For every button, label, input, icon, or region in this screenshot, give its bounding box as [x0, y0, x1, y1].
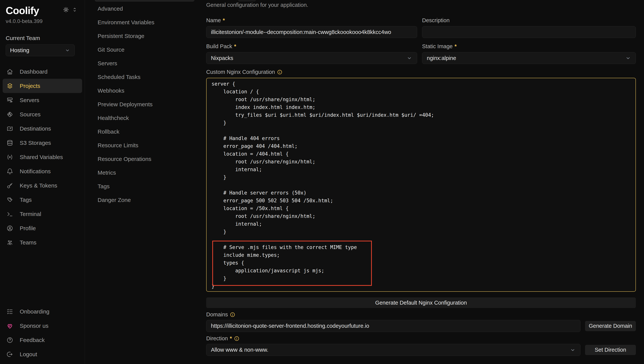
- logout-icon: [6, 351, 13, 358]
- server-rack-icon: [6, 97, 13, 104]
- settings-item-metrics[interactable]: Metrics: [85, 166, 206, 179]
- current-team-label: Current Team: [0, 24, 85, 41]
- nginx-config-code[interactable]: server { location / { root /usr/share/ng…: [206, 78, 636, 292]
- sidebar-item-projects[interactable]: Projects: [3, 79, 82, 93]
- users-icon: [6, 239, 13, 246]
- build-pack-select[interactable]: Nixpacks: [206, 52, 417, 64]
- sidebar-item-servers[interactable]: Servers: [3, 93, 82, 107]
- domains-label: Domains: [206, 311, 228, 318]
- settings-item-resource-operations[interactable]: Resource Operations: [85, 152, 206, 166]
- name-label: Name: [206, 17, 221, 24]
- page-description: General configuration for your applicati…: [206, 2, 636, 8]
- sidebar-item-tags[interactable]: Tags: [3, 193, 82, 207]
- settings-item-general-fragment[interactable]: [95, 0, 194, 2]
- build-pack-value: Nixpacks: [211, 55, 233, 61]
- settings-item-persistent-storage[interactable]: Persistent Storage: [85, 29, 206, 43]
- description-input[interactable]: [422, 26, 636, 38]
- settings-item-servers[interactable]: Servers: [85, 57, 206, 70]
- general-settings-panel: General configuration for your applicati…: [206, 0, 644, 364]
- info-icon[interactable]: [277, 69, 282, 75]
- direction-value: Allow www & non-www.: [211, 347, 268, 353]
- team-select-value: Hosting: [10, 47, 30, 54]
- settings-item-healthcheck[interactable]: Healthcheck: [85, 111, 206, 125]
- sidebar-item-profile[interactable]: Profile: [3, 221, 82, 235]
- name-input[interactable]: [206, 26, 417, 38]
- build-pack-label: Build Pack: [206, 43, 232, 50]
- settings-sidebar: Advanced Environment Variables Persisten…: [85, 0, 206, 364]
- domains-input[interactable]: [206, 320, 580, 332]
- required-marker: *: [234, 43, 236, 50]
- settings-item-rollback[interactable]: Rollback: [85, 125, 206, 138]
- sidebar-item-logout[interactable]: Logout: [3, 347, 82, 361]
- sidebar-item-destinations[interactable]: Destinations: [3, 121, 82, 136]
- static-image-value: nginx:alpine: [427, 55, 456, 61]
- name-field-group: Name *: [206, 12, 417, 38]
- chevron-down-icon: [625, 55, 631, 61]
- sidebar-item-feedback[interactable]: Feedback: [3, 333, 82, 347]
- layers-icon: [6, 83, 13, 89]
- direction-select[interactable]: Allow www & non-www.: [206, 344, 580, 356]
- checklist-icon: [6, 308, 13, 315]
- description-field-group: Description: [422, 12, 636, 38]
- sidebar-item-sponsor[interactable]: Sponsor us: [3, 319, 82, 333]
- settings-nav: Advanced Environment Variables Persisten…: [85, 0, 206, 207]
- user-icon: [6, 225, 13, 232]
- tags-icon: [6, 197, 13, 203]
- theme-toggle-sun-icon[interactable]: [63, 7, 69, 13]
- settings-item-preview-deployments[interactable]: Preview Deployments: [85, 98, 206, 111]
- settings-item-advanced[interactable]: Advanced: [85, 2, 206, 16]
- required-marker: *: [230, 335, 232, 342]
- sidebar-item-terminal[interactable]: Terminal: [3, 207, 82, 221]
- required-marker: *: [454, 43, 456, 50]
- settings-item-resource-limits[interactable]: Resource Limits: [85, 138, 206, 152]
- app-logo[interactable]: Coolify: [6, 5, 39, 16]
- settings-item-danger-zone[interactable]: Danger Zone: [85, 193, 206, 207]
- direction-label: Direction: [206, 335, 228, 342]
- sidebar-item-onboarding[interactable]: Onboarding: [3, 304, 82, 319]
- info-icon[interactable]: [234, 336, 240, 341]
- static-image-label: Static Image: [422, 43, 452, 50]
- sidebar-item-teams[interactable]: Teams: [3, 235, 82, 250]
- key-icon: [6, 182, 13, 189]
- sidebar-item-s3-storages[interactable]: S3 Storages: [3, 136, 82, 150]
- static-image-field-group: Static Image * nginx:alpine: [422, 38, 636, 64]
- home-icon: [6, 68, 13, 75]
- map-icon: [6, 125, 13, 132]
- terminal-icon: [6, 211, 13, 218]
- chevron-down-icon: [65, 48, 70, 53]
- generate-domain-button[interactable]: Generate Domain: [585, 321, 636, 331]
- nginx-config-label: Custom Nginx Configuration: [206, 69, 275, 75]
- sidebar-item-dashboard[interactable]: Dashboard: [3, 65, 82, 79]
- settings-item-git-source[interactable]: Git Source: [85, 43, 206, 57]
- main-sidebar: Coolify v4.0.0-beta.399 Current Team Hos…: [0, 0, 85, 364]
- sidebar-item-keys-tokens[interactable]: Keys & Tokens: [3, 178, 82, 193]
- sidebar-nav: Dashboard Projects Servers Sources Desti…: [0, 65, 85, 250]
- settings-item-environment-variables[interactable]: Environment Variables: [85, 16, 206, 29]
- bell-icon: [6, 168, 13, 175]
- build-pack-field-group: Build Pack * Nixpacks: [206, 38, 417, 64]
- nginx-config-editor[interactable]: server { location / { root /usr/share/ng…: [206, 78, 636, 292]
- scrolled-button-fragment[interactable]: [238, 0, 256, 1]
- generate-default-nginx-button[interactable]: Generate Default Nginx Configuration: [206, 297, 636, 308]
- git-source-icon: [6, 111, 13, 118]
- sidebar-footer-nav: Onboarding Sponsor us Feedback Logout: [0, 304, 85, 362]
- variable-icon: [6, 154, 13, 160]
- info-icon[interactable]: [230, 312, 236, 317]
- chevron-down-icon: [570, 347, 576, 353]
- heart-icon: [6, 322, 13, 329]
- help-circle-icon: [6, 337, 13, 343]
- static-image-select[interactable]: nginx:alpine: [422, 52, 636, 64]
- settings-item-tags[interactable]: Tags: [85, 179, 206, 193]
- set-direction-button[interactable]: Set Direction: [585, 345, 636, 355]
- sidebar-item-notifications[interactable]: Notifications: [3, 164, 82, 178]
- sort-chevrons-icon[interactable]: [72, 7, 77, 13]
- database-icon: [6, 139, 13, 146]
- team-select[interactable]: Hosting: [6, 44, 75, 56]
- settings-item-scheduled-tasks[interactable]: Scheduled Tasks: [85, 70, 206, 84]
- sidebar-item-sources[interactable]: Sources: [3, 107, 82, 121]
- settings-item-webhooks[interactable]: Webhooks: [85, 84, 206, 98]
- app-version: v4.0.0-beta.399: [0, 16, 85, 24]
- description-label: Description: [422, 17, 450, 24]
- required-marker: *: [223, 17, 225, 24]
- sidebar-item-shared-variables[interactable]: Shared Variables: [3, 150, 82, 164]
